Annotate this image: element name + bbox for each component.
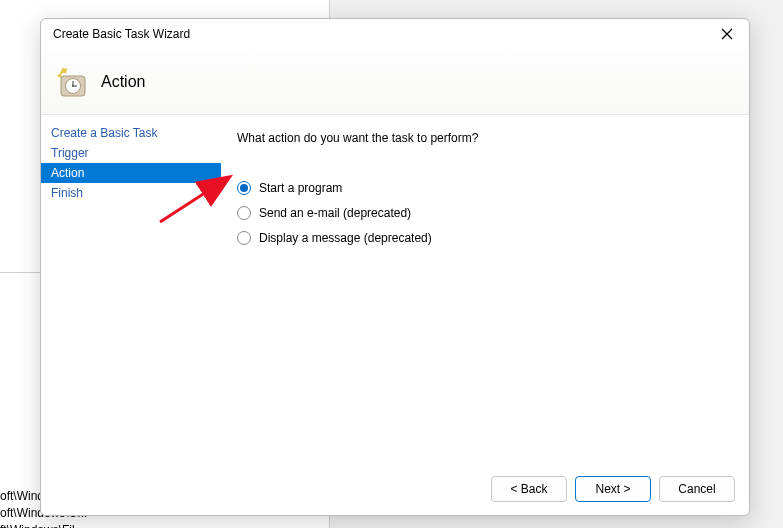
radio-option-display-message[interactable]: Display a message (deprecated) [237, 231, 733, 245]
sidebar-item-trigger[interactable]: Trigger [41, 143, 221, 163]
radio-label: Display a message (deprecated) [259, 231, 432, 245]
wizard-clock-icon [55, 66, 87, 98]
bg-path-3: ft\Windows\Fil... [0, 523, 85, 528]
dialog-footer: < Back Next > Cancel [41, 463, 749, 515]
dialog-title: Create Basic Task Wizard [49, 27, 713, 41]
cancel-button[interactable]: Cancel [659, 476, 735, 502]
close-button[interactable] [713, 23, 741, 45]
wizard-dialog: Create Basic Task Wizard Ac [40, 18, 750, 516]
wizard-content: What action do you want the task to perf… [221, 115, 749, 463]
header-title: Action [101, 73, 145, 91]
action-question: What action do you want the task to perf… [237, 131, 733, 145]
dialog-header: Action [41, 49, 749, 115]
radio-label: Send an e-mail (deprecated) [259, 206, 411, 220]
radio-label: Start a program [259, 181, 342, 195]
titlebar: Create Basic Task Wizard [41, 19, 749, 49]
radio-icon [237, 181, 251, 195]
back-button[interactable]: < Back [491, 476, 567, 502]
radio-icon [237, 231, 251, 245]
sidebar-item-create-basic-task[interactable]: Create a Basic Task [41, 123, 221, 143]
sidebar-item-action[interactable]: Action [41, 163, 221, 183]
close-icon [721, 28, 733, 40]
wizard-steps-sidebar: Create a Basic Task Trigger Action Finis… [41, 115, 221, 463]
next-button[interactable]: Next > [575, 476, 651, 502]
sidebar-item-finish[interactable]: Finish [41, 183, 221, 203]
svg-point-6 [72, 85, 74, 87]
radio-option-send-email[interactable]: Send an e-mail (deprecated) [237, 206, 733, 220]
radio-option-start-program[interactable]: Start a program [237, 181, 733, 195]
radio-icon [237, 206, 251, 220]
